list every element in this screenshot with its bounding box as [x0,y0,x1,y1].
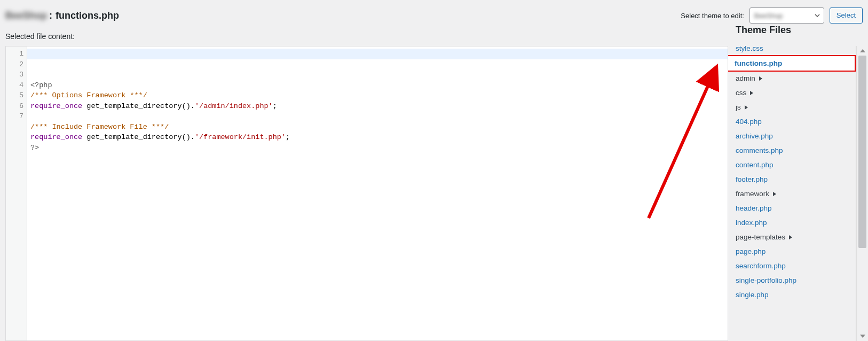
title-filename: functions.php [56,10,119,21]
code-line[interactable]: <?php [30,80,724,91]
file-label: js [736,103,741,111]
line-number: 6 [6,101,23,112]
caret-right-icon [749,89,754,97]
theme-select[interactable]: BeeShop [749,7,824,24]
select-button[interactable]: Select [830,7,863,24]
file-item[interactable]: single-portfolio.php [728,273,856,288]
code-line[interactable]: /*** Include Framework File ***/ [30,122,724,133]
theme-name-blurred: BeeShop [5,10,47,21]
theme-files-list: style.cssfunctions.phpadmincssjs404.phpa… [728,41,856,341]
file-label: single.php [736,291,769,299]
scroll-thumb[interactable] [858,56,866,248]
theme-selector-group: Select theme to edit: BeeShop Select [681,7,863,24]
theme-files-panel: Theme Files style.cssfunctions.phpadminc… [728,46,856,341]
file-label: index.php [736,219,767,227]
file-label: style.css [736,44,763,52]
file-label: header.php [736,204,772,212]
file-label: framework [736,190,769,198]
scroll-track[interactable] [857,56,868,331]
file-label: comments.php [736,146,783,154]
line-number: 7 [6,111,23,122]
svg-marker-2 [745,105,748,110]
line-number: 5 [6,90,23,101]
file-item[interactable]: single.php [728,288,856,302]
svg-marker-4 [789,235,792,239]
line-number-gutter: 1234567 [6,46,27,340]
file-label: css [736,89,746,97]
file-label: content.php [736,161,774,169]
code-line[interactable]: require_once get_template_directory().'/… [30,101,724,112]
file-label: page.php [736,247,766,255]
file-item[interactable]: style.css [728,41,856,56]
code-editor[interactable]: 1234567 <?php/*** Options Framework ***/… [5,46,728,341]
svg-marker-3 [773,192,776,196]
scroll-up-icon[interactable] [860,49,865,52]
file-label: single-portfolio.php [736,276,796,284]
line-number: 2 [6,59,23,70]
file-item[interactable]: functions.php [728,55,856,72]
caret-right-icon [744,103,748,111]
file-item[interactable]: content.php [728,158,856,172]
file-label: searchform.php [736,262,786,270]
file-item[interactable]: comments.php [728,143,856,158]
file-label: page-templates [736,233,785,241]
folder-item[interactable]: css [728,86,856,100]
file-label: footer.php [736,175,768,183]
file-label: archive.php [736,132,773,140]
file-item[interactable]: 404.php [728,114,856,129]
file-item[interactable]: footer.php [728,172,856,187]
svg-marker-1 [750,91,753,95]
active-line-highlight [27,49,728,59]
line-number: 1 [6,49,23,59]
file-item[interactable]: searchform.php [728,259,856,273]
file-item[interactable]: page.php [728,244,856,259]
theme-select-label: Select theme to edit: [681,12,744,20]
code-line[interactable]: ?> [30,143,724,153]
code-line[interactable]: /*** Options Framework ***/ [30,90,724,101]
folder-item[interactable]: js [728,100,856,114]
line-number: 4 [6,80,23,91]
caret-right-icon [788,233,793,241]
page-title: BeeShop : functions.php [5,10,119,21]
code-area[interactable]: <?php/*** Options Framework ***/require_… [27,46,728,340]
line-number: 3 [6,69,23,80]
folder-item[interactable]: page-templates [728,230,856,244]
file-label: admin [736,74,755,82]
folder-item[interactable]: framework [728,187,856,201]
file-item[interactable]: index.php [728,215,856,230]
file-label: functions.php [735,59,782,67]
folder-item[interactable]: admin [728,71,856,86]
file-label: 404.php [736,118,762,126]
svg-marker-0 [759,76,762,81]
code-line[interactable] [30,111,724,122]
theme-select-value: BeeShop [754,12,783,20]
title-separator: : [49,10,52,21]
file-item[interactable]: header.php [728,201,856,215]
caret-right-icon [759,74,763,82]
code-line[interactable]: require_once get_template_directory().'/… [30,132,724,143]
file-item[interactable]: archive.php [728,129,856,143]
scroll-down-icon[interactable] [860,335,865,338]
chevron-down-icon [814,12,820,19]
theme-files-heading: Theme Files [728,25,856,41]
vertical-scrollbar[interactable] [856,46,868,341]
caret-right-icon [772,190,777,198]
